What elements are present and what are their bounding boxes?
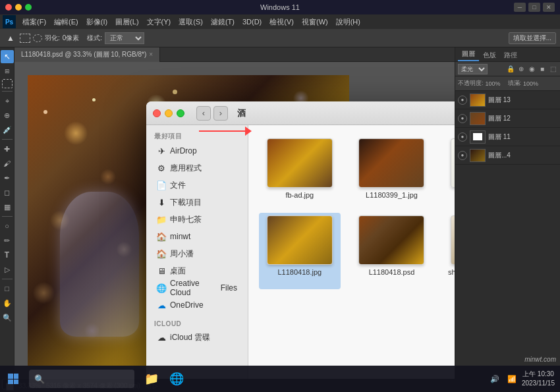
tool-move[interactable]: ↖ (1, 50, 14, 63)
menu-window[interactable]: 視窗(W) (298, 14, 332, 29)
sidebar-cc-files[interactable]: 🌐 Creative Cloud Files (149, 279, 245, 296)
menu-select[interactable]: 選取(S) (175, 14, 207, 29)
tool-dodge[interactable]: ○ (1, 219, 14, 233)
file-l1180418-psd[interactable]: L1180418.psd (351, 213, 433, 289)
maximize-btn[interactable]: □ (528, 3, 540, 12)
sidebar-minwt-label: minwt (170, 232, 190, 241)
taskbar-explorer[interactable]: 📁 (140, 367, 163, 391)
sidebar-downloads[interactable]: ⬇ 下載項目 (149, 194, 245, 211)
finder-forward-btn[interactable]: › (213, 106, 228, 121)
toolbar-sep-2 (2, 139, 13, 140)
layer-11-visibility[interactable]: ● (458, 132, 467, 142)
sidebar-zhoupan-label: 周小潘 (170, 248, 194, 260)
file-name-l1180418-psd: L1180418.psd (369, 267, 415, 277)
fill-select-btn[interactable]: 填取並選擇... (509, 32, 556, 44)
ps-canvas[interactable]: 無需離開 Ps 工具、教學課程 ‹ › 酒 (14, 62, 455, 379)
tool-select-rect[interactable] (2, 79, 13, 88)
menu-filter[interactable]: 濾鏡(T) (207, 14, 238, 29)
sidebar-onedrive[interactable]: ☁ OneDrive (149, 296, 245, 314)
lock-icon[interactable]: 🔒 (506, 65, 515, 74)
start-button[interactable] (0, 366, 26, 392)
menu-file[interactable]: 檔案(F) (18, 14, 50, 29)
tool-clone[interactable]: ✒ (1, 171, 14, 184)
tab-close-btn[interactable]: × (149, 51, 153, 58)
file-thumb-fb-ad (267, 138, 333, 188)
sidebar-downloads-label: 下載項目 (170, 197, 202, 208)
taskbar-search[interactable]: 🔍 (29, 370, 134, 388)
file-l1180418-jpg[interactable]: L1180418.jpg (259, 213, 341, 289)
layer-13-visibility[interactable]: ● (458, 96, 467, 105)
fill-icon[interactable]: ⬚ (548, 65, 557, 74)
downloads-icon: ⬇ (157, 198, 166, 207)
tool-artboard[interactable]: ⊞ (1, 65, 14, 78)
sidebar-zhoupan[interactable]: 🏠 周小潘 (149, 245, 245, 262)
sidebar-documents[interactable]: 📄 文件 (149, 177, 245, 194)
finder-close-btn[interactable] (153, 109, 161, 117)
sidebar-shenshicha[interactable]: 📁 申時七茶 (149, 211, 245, 228)
tool-heal[interactable]: ✚ (1, 142, 14, 155)
tool-pen[interactable]: ✏ (1, 234, 14, 247)
ps-layers-header: 柔光 🔒 ⊕ ◉ ■ ⬚ (455, 62, 560, 76)
photoshop-app: Ps 檔案(F) 編輯(E) 影像(I) 圖層(L) 文字(Y) 選取(S) 濾… (0, 14, 560, 392)
close-btn[interactable]: ✕ (543, 3, 555, 12)
tool-path-select[interactable]: ▷ (1, 263, 14, 276)
network-icon[interactable]: 📶 (505, 375, 519, 383)
menu-layer[interactable]: 圖層(L) (111, 14, 142, 29)
tool-eyedropper[interactable]: 💉 (1, 123, 14, 136)
sidebar-desktop[interactable]: 🖥 桌面 (149, 262, 245, 279)
lock-all-icon[interactable]: ■ (538, 65, 547, 74)
dot-yellow[interactable] (15, 4, 22, 11)
minimize-btn[interactable]: ─ (514, 3, 526, 12)
tool-brush[interactable]: 🖌 (1, 157, 14, 170)
sidebar-airdrop[interactable]: ✈ AirDrop (149, 142, 245, 159)
sidebar-applications[interactable]: ⚙ 應用程式 (149, 159, 245, 177)
sidebar-icloud-drive[interactable]: ☁ iCloud 雲碟 (149, 329, 245, 346)
layer-12[interactable]: ● 圖層 12 (455, 109, 560, 128)
menu-help[interactable]: 說明(H) (332, 14, 364, 29)
file-shutterstock[interactable]: shutterstock_140581228.jpg (443, 213, 455, 289)
sidebar-minwt[interactable]: 🏠 minwt (149, 228, 245, 245)
finder-files-grid: fb-ad.jpg L1180399_1.jpg (248, 125, 455, 379)
taskbar-edge[interactable]: 🌐 (165, 367, 188, 391)
lock-pos-icon[interactable]: ⊕ (517, 65, 526, 74)
tool-hand[interactable]: ✋ (1, 296, 14, 310)
layer-12-visibility[interactable]: ● (458, 114, 467, 123)
tool-text[interactable]: T (1, 248, 14, 262)
menu-edit[interactable]: 編輯(E) (50, 14, 82, 29)
layer-other-visibility[interactable]: ● (458, 151, 467, 160)
layer-other[interactable]: ● 圖層...4 (455, 146, 560, 165)
file-l1180399[interactable]: L1180399.psd (443, 136, 455, 202)
menu-3d[interactable]: 3D(D) (238, 14, 266, 29)
finder-fullscreen-btn[interactable] (177, 109, 184, 117)
dot-green[interactable] (25, 4, 32, 11)
file-l1180399-1[interactable]: L1180399_1.jpg (351, 136, 433, 202)
dot-red[interactable] (5, 4, 12, 11)
menu-type[interactable]: 文字(Y) (143, 14, 175, 29)
menu-image[interactable]: 影像(I) (82, 14, 111, 29)
finder-body: 最好項目 ✈ AirDrop ⚙ 應用程式 📄 (146, 125, 455, 379)
taskbar-sys: 🔊 📶 上午 10:30 2023/11/15 (488, 370, 560, 388)
ps-tab-active[interactable]: L1180418.psd @ 33.3% (圖層 10, RGB/8*) × (14, 47, 160, 62)
menu-view[interactable]: 檢視(V) (266, 14, 298, 29)
style-select[interactable]: 正常 (105, 32, 144, 44)
tool-eraser[interactable]: ◻ (1, 186, 14, 199)
panel-tab-channels[interactable]: 色版 (479, 49, 500, 61)
layer-11[interactable]: ● 圖層 11 (455, 128, 560, 146)
tool-zoom[interactable]: 🔍 (1, 311, 14, 324)
tool-gradient[interactable]: ▦ (1, 200, 14, 213)
layer-13[interactable]: ● 圖層 13 (455, 91, 560, 109)
watermark: minwt.com (524, 356, 556, 363)
finder-minimize-btn[interactable] (165, 109, 173, 117)
volume-icon[interactable]: 🔊 (488, 375, 502, 383)
lock-art-icon[interactable]: ◉ (527, 65, 536, 74)
finder-back-btn[interactable]: ‹ (196, 106, 211, 121)
tool-shape[interactable]: □ (1, 282, 14, 295)
panel-tab-layers[interactable]: 圖層 (458, 48, 479, 61)
tool-crop[interactable]: ⊕ (1, 109, 14, 122)
sidebar-applications-label: 應用程式 (170, 163, 202, 174)
tool-lasso[interactable]: ⌖ (1, 94, 14, 107)
panel-tab-paths[interactable]: 路徑 (500, 49, 521, 61)
file-fb-ad[interactable]: fb-ad.jpg (259, 136, 341, 202)
blend-mode-select[interactable]: 柔光 (458, 64, 488, 74)
opacity-label: 不透明度: (458, 79, 484, 88)
